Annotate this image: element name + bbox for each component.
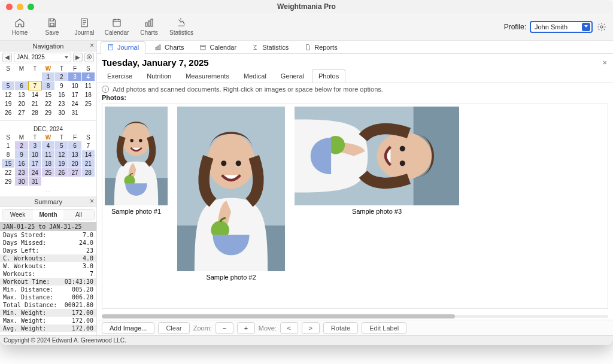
jan-day-17[interactable]: 17 (68, 90, 81, 99)
dec-day-23[interactable]: 23 (15, 168, 28, 177)
zoom-in-button[interactable]: + (237, 322, 255, 334)
dec-day-2[interactable]: 2 (15, 141, 28, 150)
jan-day-18[interactable]: 18 (82, 90, 95, 99)
jan-day-2[interactable]: 2 (55, 72, 68, 81)
tab-statistics[interactable]: Statistics (245, 41, 295, 53)
photo-item-3[interactable]: Sample photo #3 (295, 107, 459, 215)
jan-day-12[interactable]: 12 (2, 90, 14, 99)
dec-day-6[interactable]: 6 (68, 141, 81, 150)
jan-day-29[interactable]: 29 (42, 108, 54, 117)
dec-day-1[interactable]: 1 (2, 141, 14, 150)
jan-day-27[interactable]: 27 (15, 108, 28, 117)
subtab-measurements[interactable]: Measurements (179, 69, 236, 83)
tab-journal[interactable]: Journal (101, 41, 145, 53)
dec-day-7[interactable]: 7 (82, 141, 95, 150)
subtab-photos[interactable]: Photos (312, 69, 345, 83)
dec-day-24[interactable]: 24 (29, 168, 41, 177)
jan-day-24[interactable]: 24 (68, 99, 81, 108)
save-button[interactable]: Save (38, 14, 66, 40)
dec-day-4[interactable]: 4 (42, 141, 54, 150)
jan-day-30[interactable]: 30 (55, 108, 68, 117)
rotate-button[interactable]: Rotate (323, 322, 358, 334)
edit-label-button[interactable]: Edit Label (362, 322, 406, 334)
dec-day-19[interactable]: 19 (55, 159, 68, 168)
dec-day-9[interactable]: 9 (15, 150, 28, 159)
profile-select[interactable]: John Smith (530, 21, 593, 33)
dec-day-28[interactable]: 28 (82, 168, 95, 177)
dec-day-14[interactable]: 14 (82, 150, 95, 159)
dec-day-10[interactable]: 10 (29, 150, 41, 159)
navigation-panel-close[interactable]: × (90, 41, 94, 50)
subtab-general[interactable]: General (274, 69, 311, 83)
jan-day-9[interactable]: 9 (55, 81, 68, 90)
dec-day-25[interactable]: 25 (42, 168, 54, 177)
subtab-medical[interactable]: Medical (237, 69, 273, 83)
tab-calendar[interactable]: Calendar (193, 41, 243, 53)
jan-day-6[interactable]: 6 (15, 81, 28, 90)
zoom-out-button[interactable]: − (216, 322, 233, 334)
summary-panel-close[interactable]: × (90, 197, 94, 205)
tab-reports[interactable]: Reports (298, 41, 344, 53)
summary-tab-all[interactable]: All (63, 210, 94, 220)
add-image-button[interactable]: Add Image... (102, 322, 154, 334)
charts-button[interactable]: Charts (135, 14, 163, 40)
jan-day-8[interactable]: 8 (42, 81, 54, 90)
page-close-button[interactable]: × (602, 58, 607, 67)
jan-day-31[interactable]: 31 (68, 108, 81, 117)
jan-day-16[interactable]: 16 (55, 90, 68, 99)
photo-item-1[interactable]: Sample photo #1 (105, 107, 168, 215)
photo-item-2[interactable]: Sample photo #2 (177, 107, 285, 281)
dec-day-17[interactable]: 17 (29, 159, 41, 168)
jan-day-1[interactable]: 1 (42, 72, 54, 81)
jan-day-13[interactable]: 13 (15, 90, 28, 99)
jan-day-5[interactable]: 5 (2, 81, 14, 90)
jan-day-15[interactable]: 15 (42, 90, 54, 99)
photo-2[interactable] (177, 107, 285, 271)
move-left-button[interactable]: < (280, 322, 298, 334)
dec-day-15[interactable]: 15 (2, 159, 14, 168)
dec-day-16[interactable]: 16 (15, 159, 28, 168)
dec-day-11[interactable]: 11 (42, 150, 54, 159)
home-button[interactable]: Home (6, 14, 34, 40)
subtab-exercise[interactable]: Exercise (101, 69, 139, 83)
dec-day-29[interactable]: 29 (2, 177, 14, 186)
jan-day-3[interactable]: 3 (68, 72, 81, 81)
dec-day-18[interactable]: 18 (42, 159, 54, 168)
summary-tab-month[interactable]: Month (33, 210, 63, 220)
jan-day-4[interactable]: 4 (82, 72, 95, 81)
jan-day-21[interactable]: 21 (29, 99, 41, 108)
photo-horizontal-scrollbar[interactable] (102, 313, 608, 320)
clear-button[interactable]: Clear (158, 322, 189, 334)
jan-day-25[interactable]: 25 (82, 99, 95, 108)
tab-charts[interactable]: Charts (148, 41, 190, 53)
dec-day-30[interactable]: 30 (15, 177, 28, 186)
dec-day-26[interactable]: 26 (55, 168, 68, 177)
jan-day-23[interactable]: 23 (55, 99, 68, 108)
month-prev-button[interactable]: ◀ (2, 53, 12, 62)
move-right-button[interactable]: > (302, 322, 320, 334)
jan-day-14[interactable]: 14 (29, 90, 41, 99)
subtab-nutrition[interactable]: Nutrition (140, 69, 178, 83)
jan-day-26[interactable]: 26 (2, 108, 14, 117)
calendar-button[interactable]: Calendar (103, 14, 131, 40)
calendar-december[interactable]: DEC, 2024 SMTWTFS 1234567891011121314151… (0, 122, 96, 188)
month-next-button[interactable]: ▶ (73, 53, 83, 62)
dec-day-8[interactable]: 8 (2, 150, 14, 159)
jan-day-28[interactable]: 28 (29, 108, 41, 117)
jan-day-22[interactable]: 22 (42, 99, 54, 108)
dec-day-5[interactable]: 5 (55, 141, 68, 150)
jan-day-11[interactable]: 11 (82, 81, 95, 90)
summary-tab-week[interactable]: Week (2, 210, 33, 220)
photo-1[interactable] (105, 107, 168, 205)
photo-area[interactable]: Sample photo #1 (102, 104, 608, 309)
dec-day-12[interactable]: 12 (55, 150, 68, 159)
dec-day-27[interactable]: 27 (68, 168, 81, 177)
month-select[interactable]: JAN, 2025 (14, 53, 71, 62)
photo-3[interactable] (295, 107, 459, 205)
jan-day-20[interactable]: 20 (15, 99, 28, 108)
dec-day-3[interactable]: 3 (29, 141, 41, 150)
statistics-button[interactable]: Σ Statistics (168, 14, 195, 40)
calendar-january[interactable]: SMTWTFS 12345678910111213141516171819202… (0, 63, 96, 119)
dec-day-13[interactable]: 13 (68, 150, 81, 159)
month-today-button[interactable]: ⦿ (84, 53, 94, 62)
